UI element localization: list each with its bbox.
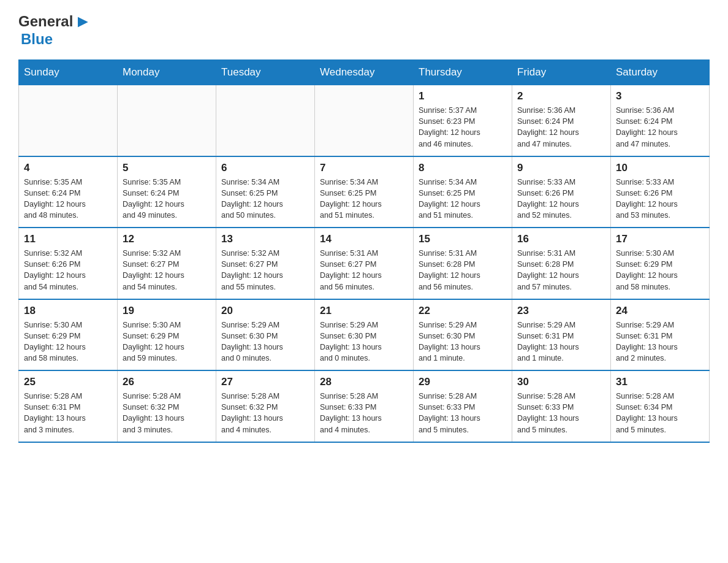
column-header-wednesday: Wednesday	[315, 60, 414, 85]
day-number: 2	[517, 90, 605, 102]
day-number: 19	[123, 305, 211, 317]
day-number: 14	[320, 233, 408, 245]
day-info: Sunrise: 5:34 AM Sunset: 6:25 PM Dayligh…	[320, 177, 408, 221]
day-number: 23	[517, 305, 605, 317]
calendar-cell: 7Sunrise: 5:34 AM Sunset: 6:25 PM Daylig…	[315, 156, 414, 228]
day-info: Sunrise: 5:36 AM Sunset: 6:24 PM Dayligh…	[517, 105, 605, 150]
day-info: Sunrise: 5:30 AM Sunset: 6:29 PM Dayligh…	[123, 320, 211, 364]
calendar-cell: 23Sunrise: 5:29 AM Sunset: 6:31 PM Dayli…	[512, 299, 611, 371]
day-number: 30	[517, 376, 605, 388]
day-info: Sunrise: 5:28 AM Sunset: 6:33 PM Dayligh…	[320, 391, 408, 435]
day-info: Sunrise: 5:28 AM Sunset: 6:34 PM Dayligh…	[616, 391, 704, 435]
day-info: Sunrise: 5:29 AM Sunset: 6:30 PM Dayligh…	[221, 320, 309, 364]
day-number: 22	[419, 305, 507, 317]
calendar-cell: 14Sunrise: 5:31 AM Sunset: 6:27 PM Dayli…	[315, 228, 414, 299]
column-header-sunday: Sunday	[19, 60, 118, 85]
day-info: Sunrise: 5:31 AM Sunset: 6:28 PM Dayligh…	[419, 248, 507, 293]
calendar-cell: 16Sunrise: 5:31 AM Sunset: 6:28 PM Dayli…	[512, 228, 611, 299]
day-info: Sunrise: 5:34 AM Sunset: 6:25 PM Dayligh…	[221, 177, 309, 221]
calendar-cell	[118, 85, 216, 156]
day-info: Sunrise: 5:29 AM Sunset: 6:31 PM Dayligh…	[616, 320, 704, 364]
day-number: 24	[616, 305, 704, 317]
calendar-cell: 17Sunrise: 5:30 AM Sunset: 6:29 PM Dayli…	[611, 228, 710, 299]
calendar-cell: 31Sunrise: 5:28 AM Sunset: 6:34 PM Dayli…	[611, 370, 710, 442]
day-info: Sunrise: 5:32 AM Sunset: 6:27 PM Dayligh…	[221, 248, 309, 293]
day-number: 12	[123, 233, 211, 245]
calendar-cell: 8Sunrise: 5:34 AM Sunset: 6:25 PM Daylig…	[414, 156, 512, 228]
calendar-week-5: 25Sunrise: 5:28 AM Sunset: 6:31 PM Dayli…	[19, 370, 710, 442]
logo-blue-text: Blue	[21, 31, 53, 47]
day-number: 9	[517, 162, 605, 174]
day-number: 15	[419, 233, 507, 245]
day-number: 5	[123, 162, 211, 174]
day-info: Sunrise: 5:31 AM Sunset: 6:28 PM Dayligh…	[517, 248, 605, 293]
logo-general-text: General	[18, 13, 73, 29]
calendar-cell: 1Sunrise: 5:37 AM Sunset: 6:23 PM Daylig…	[414, 85, 512, 156]
calendar-cell: 6Sunrise: 5:34 AM Sunset: 6:25 PM Daylig…	[216, 156, 315, 228]
day-number: 26	[123, 376, 211, 388]
day-info: Sunrise: 5:32 AM Sunset: 6:27 PM Dayligh…	[123, 248, 211, 293]
day-number: 20	[221, 305, 309, 317]
day-info: Sunrise: 5:31 AM Sunset: 6:27 PM Dayligh…	[320, 248, 408, 293]
calendar-cell	[19, 85, 118, 156]
day-info: Sunrise: 5:29 AM Sunset: 6:30 PM Dayligh…	[320, 320, 408, 364]
day-info: Sunrise: 5:29 AM Sunset: 6:31 PM Dayligh…	[517, 320, 605, 364]
calendar-cell: 12Sunrise: 5:32 AM Sunset: 6:27 PM Dayli…	[118, 228, 216, 299]
day-number: 27	[221, 376, 309, 388]
day-info: Sunrise: 5:33 AM Sunset: 6:26 PM Dayligh…	[517, 177, 605, 221]
day-number: 31	[616, 376, 704, 388]
calendar-cell: 28Sunrise: 5:28 AM Sunset: 6:33 PM Dayli…	[315, 370, 414, 442]
day-number: 29	[419, 376, 507, 388]
column-header-tuesday: Tuesday	[216, 60, 315, 85]
calendar-cell: 10Sunrise: 5:33 AM Sunset: 6:26 PM Dayli…	[611, 156, 710, 228]
calendar-cell: 2Sunrise: 5:36 AM Sunset: 6:24 PM Daylig…	[512, 85, 611, 156]
day-number: 1	[419, 90, 507, 102]
calendar-cell	[216, 85, 315, 156]
day-number: 21	[320, 305, 408, 317]
calendar-week-1: 1Sunrise: 5:37 AM Sunset: 6:23 PM Daylig…	[19, 85, 710, 156]
calendar-cell: 27Sunrise: 5:28 AM Sunset: 6:32 PM Dayli…	[216, 370, 315, 442]
calendar-cell: 4Sunrise: 5:35 AM Sunset: 6:24 PM Daylig…	[19, 156, 118, 228]
day-info: Sunrise: 5:28 AM Sunset: 6:32 PM Dayligh…	[123, 391, 211, 435]
day-info: Sunrise: 5:28 AM Sunset: 6:33 PM Dayligh…	[517, 391, 605, 435]
day-number: 13	[221, 233, 309, 245]
day-info: Sunrise: 5:28 AM Sunset: 6:33 PM Dayligh…	[419, 391, 507, 435]
day-number: 7	[320, 162, 408, 174]
day-number: 11	[24, 233, 112, 245]
calendar-cell: 20Sunrise: 5:29 AM Sunset: 6:30 PM Dayli…	[216, 299, 315, 371]
day-number: 16	[517, 233, 605, 245]
calendar-cell	[315, 85, 414, 156]
calendar-table: SundayMondayTuesdayWednesdayThursdayFrid…	[18, 59, 710, 443]
column-header-thursday: Thursday	[414, 60, 512, 85]
day-info: Sunrise: 5:30 AM Sunset: 6:29 PM Dayligh…	[616, 248, 704, 293]
day-info: Sunrise: 5:34 AM Sunset: 6:25 PM Dayligh…	[419, 177, 507, 221]
column-header-monday: Monday	[118, 60, 216, 85]
calendar-cell: 29Sunrise: 5:28 AM Sunset: 6:33 PM Dayli…	[414, 370, 512, 442]
day-info: Sunrise: 5:37 AM Sunset: 6:23 PM Dayligh…	[419, 105, 507, 150]
column-header-saturday: Saturday	[611, 60, 710, 85]
calendar-cell: 24Sunrise: 5:29 AM Sunset: 6:31 PM Dayli…	[611, 299, 710, 371]
calendar-week-4: 18Sunrise: 5:30 AM Sunset: 6:29 PM Dayli…	[19, 299, 710, 371]
day-number: 17	[616, 233, 704, 245]
calendar-cell: 5Sunrise: 5:35 AM Sunset: 6:24 PM Daylig…	[118, 156, 216, 228]
column-header-friday: Friday	[512, 60, 611, 85]
day-info: Sunrise: 5:28 AM Sunset: 6:32 PM Dayligh…	[221, 391, 309, 435]
calendar-cell: 21Sunrise: 5:29 AM Sunset: 6:30 PM Dayli…	[315, 299, 414, 371]
calendar-header-row: SundayMondayTuesdayWednesdayThursdayFrid…	[19, 60, 710, 85]
day-number: 25	[24, 376, 112, 388]
day-info: Sunrise: 5:32 AM Sunset: 6:26 PM Dayligh…	[24, 248, 112, 293]
day-info: Sunrise: 5:36 AM Sunset: 6:24 PM Dayligh…	[616, 105, 704, 150]
calendar-cell: 19Sunrise: 5:30 AM Sunset: 6:29 PM Dayli…	[118, 299, 216, 371]
calendar-week-3: 11Sunrise: 5:32 AM Sunset: 6:26 PM Dayli…	[19, 228, 710, 299]
calendar-cell: 30Sunrise: 5:28 AM Sunset: 6:33 PM Dayli…	[512, 370, 611, 442]
day-info: Sunrise: 5:30 AM Sunset: 6:29 PM Dayligh…	[24, 320, 112, 364]
day-number: 4	[24, 162, 112, 174]
calendar-cell: 13Sunrise: 5:32 AM Sunset: 6:27 PM Dayli…	[216, 228, 315, 299]
calendar-week-2: 4Sunrise: 5:35 AM Sunset: 6:24 PM Daylig…	[19, 156, 710, 228]
calendar-cell: 9Sunrise: 5:33 AM Sunset: 6:26 PM Daylig…	[512, 156, 611, 228]
calendar-cell: 11Sunrise: 5:32 AM Sunset: 6:26 PM Dayli…	[19, 228, 118, 299]
calendar-cell: 15Sunrise: 5:31 AM Sunset: 6:28 PM Dayli…	[414, 228, 512, 299]
page-header: General ► Blue	[18, 12, 710, 47]
day-number: 28	[320, 376, 408, 388]
calendar-cell: 26Sunrise: 5:28 AM Sunset: 6:32 PM Dayli…	[118, 370, 216, 442]
